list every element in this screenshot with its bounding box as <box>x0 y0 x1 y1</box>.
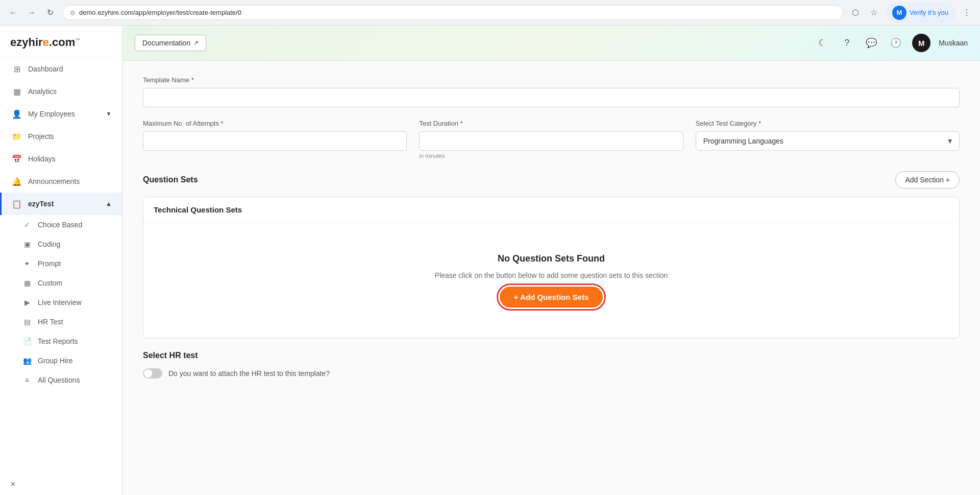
my-employees-label: My Employees <box>28 110 75 118</box>
sidebar-sub-coding[interactable]: ▣ Coding <box>0 234 122 254</box>
hr-test-toggle[interactable] <box>143 368 162 379</box>
hr-test-title: Select HR test <box>143 351 960 360</box>
sidebar-item-projects[interactable]: 📁 Projects <box>0 125 122 148</box>
duration-hint: in minutes <box>419 153 683 159</box>
analytics-icon: ▦ <box>12 86 22 97</box>
empty-state: No Question Sets Found Please click on t… <box>143 223 959 338</box>
test-duration-group: Test Duration * 30 in minutes <box>419 120 683 159</box>
prompt-label: Prompt <box>38 260 61 268</box>
coding-label: Coding <box>38 240 60 248</box>
template-name-input[interactable] <box>143 88 960 107</box>
sidebar-item-announcements[interactable]: 🔔 Announcements <box>0 170 122 193</box>
coding-icon: ▣ <box>22 240 32 249</box>
test-category-group: Select Test Category * Programming Langu… <box>696 120 960 159</box>
announcements-icon: 🔔 <box>12 176 22 186</box>
all-questions-label: All Questions <box>38 376 80 384</box>
logo-text: ezyhire.com™ <box>10 36 112 49</box>
documentation-button[interactable]: Documentation ↗ <box>135 35 206 51</box>
sidebar-sub-hr-test[interactable]: ▤ HR Test <box>0 312 122 332</box>
sidebar-sub-prompt[interactable]: ✦ Prompt <box>0 254 122 273</box>
documentation-label: Documentation <box>142 39 190 47</box>
dashboard-icon: ⊞ <box>12 64 22 74</box>
hr-test-label: HR Test <box>38 318 63 326</box>
template-name-label: Template Name * <box>143 76 960 84</box>
sidebar-item-analytics[interactable]: ▦ Analytics <box>0 80 122 103</box>
close-icon: ✕ <box>10 480 16 488</box>
empty-state-title: No Question Sets Found <box>498 253 605 264</box>
sidebar-item-dashboard[interactable]: ⊞ Dashboard <box>0 58 122 80</box>
logo-dot: e <box>43 36 49 49</box>
test-reports-label: Test Reports <box>38 337 78 345</box>
dashboard-label: Dashboard <box>28 65 63 73</box>
max-attempts-input[interactable]: 5 <box>143 131 407 151</box>
custom-icon: ▦ <box>22 278 32 288</box>
help-button[interactable]: ? <box>839 35 855 51</box>
sidebar-item-ezy-test[interactable]: 📋 ezyTest ▲ <box>0 193 122 215</box>
add-qs-label: + Add Question Sets <box>514 293 589 301</box>
ezy-test-label: ezyTest <box>28 200 54 208</box>
url-text: demo.ezyhire.com/app/employer/test/creat… <box>79 9 241 16</box>
browser-controls: ← → ↻ <box>6 6 57 20</box>
close-button[interactable]: ✕ <box>0 473 122 495</box>
main-content: Documentation ↗ ☾ ? 💬 🕐 M Muskaan Templa… <box>122 26 980 495</box>
choice-based-icon: ✓ <box>22 220 32 229</box>
sidebar-sub-choice-based[interactable]: ✓ Choice Based <box>0 215 122 234</box>
prompt-icon: ✦ <box>22 259 32 268</box>
hr-test-toggle-row: Do you want to attach the HR test to thi… <box>143 368 960 379</box>
more-options-button[interactable]: ⋮ <box>960 6 974 20</box>
sidebar-sub-live-interview[interactable]: ▶ Live Interview <box>0 293 122 312</box>
holidays-label: Holidays <box>28 155 56 163</box>
content-area: Template Name * Maximum No. of Attempts … <box>122 61 980 495</box>
test-category-select[interactable]: Programming Languages Data Structures Al… <box>696 131 960 151</box>
live-interview-icon: ▶ <box>22 298 32 307</box>
projects-icon: 📁 <box>12 131 22 142</box>
test-reports-icon: 📄 <box>22 337 32 346</box>
browser-chrome: ← → ↻ ⊙ demo.ezyhire.com/app/employer/te… <box>0 0 980 26</box>
sidebar-sub-test-reports[interactable]: 📄 Test Reports <box>0 332 122 351</box>
verify-avatar: M <box>892 6 906 20</box>
employees-icon: 👤 <box>12 109 22 119</box>
forward-button[interactable]: → <box>24 6 39 20</box>
max-attempts-group: Maximum No. of Attempts * 5 <box>143 120 407 159</box>
question-set-card: Technical Question Sets No Question Sets… <box>143 197 960 339</box>
add-section-label: Add Section + <box>905 176 950 184</box>
reload-button[interactable]: ↻ <box>43 6 57 20</box>
cast-icon[interactable]: ⬡ <box>848 6 863 20</box>
add-question-sets-button[interactable]: + Add Question Sets <box>500 287 603 308</box>
sidebar-item-holidays[interactable]: 📅 Holidays <box>0 148 122 170</box>
browser-actions: ⬡ ☆ M Verify it's you ⋮ <box>848 3 974 23</box>
dark-mode-button[interactable]: ☾ <box>814 35 830 51</box>
external-link-icon: ↗ <box>193 39 199 46</box>
choice-based-label: Choice Based <box>38 221 82 229</box>
lock-icon: ⊙ <box>70 9 75 16</box>
chat-button[interactable]: 💬 <box>863 35 879 51</box>
custom-label: Custom <box>38 279 62 287</box>
sidebar-sub-all-questions[interactable]: ≡ All Questions <box>0 370 122 390</box>
history-button[interactable]: 🕐 <box>888 35 904 51</box>
ezy-test-icon: 📋 <box>12 199 22 209</box>
sidebar-item-my-employees[interactable]: 👤 My Employees ▼ <box>0 103 122 125</box>
bookmark-icon[interactable]: ☆ <box>867 6 881 20</box>
user-avatar[interactable]: M <box>912 34 930 52</box>
question-sets-title: Question Sets <box>143 175 198 184</box>
verify-label: Verify it's you <box>910 9 948 16</box>
analytics-label: Analytics <box>28 87 57 96</box>
sidebar-sub-custom[interactable]: ▦ Custom <box>0 273 122 293</box>
test-duration-input[interactable]: 30 <box>419 131 683 151</box>
card-header: Technical Question Sets <box>143 197 959 223</box>
address-bar[interactable]: ⊙ demo.ezyhire.com/app/employer/test/cre… <box>62 5 843 20</box>
add-section-button[interactable]: Add Section + <box>895 171 960 188</box>
test-category-label: Select Test Category * <box>696 120 960 127</box>
verify-button[interactable]: M Verify it's you <box>885 3 955 23</box>
template-name-row: Template Name * <box>143 76 960 107</box>
sidebar-sub-group-hire[interactable]: 👥 Group Hire <box>0 351 122 370</box>
live-interview-label: Live Interview <box>38 298 82 307</box>
announcements-label: Announcements <box>28 177 80 185</box>
back-button[interactable]: ← <box>6 6 20 20</box>
form-row-3: Maximum No. of Attempts * 5 Test Duratio… <box>143 120 960 159</box>
projects-label: Projects <box>28 132 54 140</box>
hr-test-icon: ▤ <box>22 317 32 326</box>
toggle-knob <box>144 369 152 378</box>
empty-state-description: Please click on the button below to add … <box>435 271 668 279</box>
username[interactable]: Muskaan <box>939 39 968 47</box>
